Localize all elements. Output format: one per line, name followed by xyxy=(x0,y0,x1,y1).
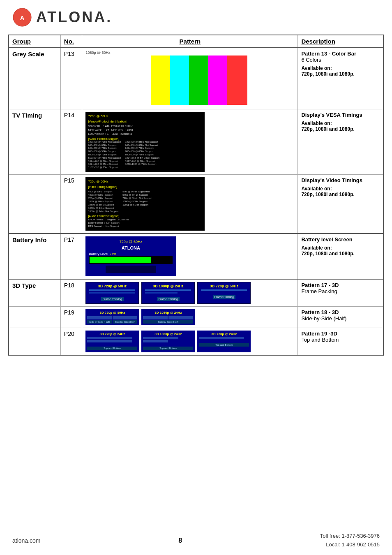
table-row: Battery Info P17 720p @ 60Hz ATLONA Batt… xyxy=(9,234,383,279)
p18-bar1b xyxy=(89,292,135,294)
desc-title-p13: Pattern 13 - Color Bar xyxy=(301,51,380,57)
p14-title: 720p @ 60Hz xyxy=(88,114,202,118)
svg-rect-7 xyxy=(208,56,227,105)
p18-box2: 3D 1080p @ 24Hz Frame Packing xyxy=(141,282,195,304)
p18-label1: 3D 720p @ 50Hz xyxy=(89,284,135,288)
p18-label2: 3D 1080p @ 24Hz xyxy=(145,284,191,288)
desc-avail-p15: Available on: 720p, 1080i and 1080p. xyxy=(301,186,380,197)
svg-text:A: A xyxy=(20,14,24,21)
p20-label1: 3D 720p @ 24Hz xyxy=(87,332,137,336)
p15-section2: [Audio Formats Support] xyxy=(88,214,202,218)
p18-box3: 3D 720p @ 50Hz Frame Packing xyxy=(197,282,251,304)
footer-page-number: 8 xyxy=(178,537,182,544)
p20-box3: 3D 720p @ 24Hz Top and Bottom xyxy=(197,331,251,352)
desc-detail-p19: Side-by-Side (Half) xyxy=(301,315,380,321)
desc-p18: Pattern 17 - 3D Frame Packing xyxy=(298,279,383,307)
p19-patterns: 3D 720p @ 50Hz Side by Side (Half) Side … xyxy=(85,309,294,325)
brand-name: ATLONA. xyxy=(36,9,112,26)
p15-timing-table: 480i @ 50Hz Support 480p @ 60Hz Support … xyxy=(88,190,202,213)
main-table: Group No. Pattern Description Grey Scale… xyxy=(8,35,384,356)
p20-tb-bar1a xyxy=(87,337,132,339)
p18-fp2-label: Frame Packing xyxy=(157,297,180,301)
desc-avail-p13: Available on: 720p, 1080i and 1080p. xyxy=(301,65,380,77)
desc-detail-p20: Top and Bottom xyxy=(301,337,380,343)
p20-tb-bar2b xyxy=(143,340,168,342)
battery-level-row: Battery Level 75% xyxy=(89,252,173,256)
p18-bar2a xyxy=(145,289,191,291)
group-empty-p20 xyxy=(9,328,60,355)
table-row: Grey Scale P13 1080p @ 60Hz xyxy=(9,48,383,109)
desc-title-p15: Display's Video Timings xyxy=(301,177,380,183)
p20-box2: 3D 1080p @ 24Hz Top and Bottom xyxy=(141,331,195,352)
desc-p20: Pattern 19 -3D Top and Bottom xyxy=(298,328,383,355)
footer-contact: Toll free: 1-877-536-3976 Local: 1-408-9… xyxy=(320,532,380,549)
p19-label1: 3D 720p @ 50Hz xyxy=(87,311,137,314)
p14-section2: [Audio Formats Support] xyxy=(88,137,202,141)
footer-website: atlona.com xyxy=(12,537,40,544)
p14-section1: [Vendor/Product Identification] xyxy=(88,120,202,123)
no-p14: P14 xyxy=(60,109,82,175)
table-row: 3D Type P18 3D 720p @ 50Hz Frame Packing xyxy=(9,279,383,307)
header: A ATLONA. xyxy=(0,0,392,35)
pattern-p13: 1080p @ 60Hz xyxy=(82,48,298,109)
desc-avail-p14: Available on: 720p, 1080i and 1080p. xyxy=(301,120,380,132)
p20-tb-bar1b xyxy=(87,340,132,342)
p19-sbs-bar2 xyxy=(143,316,193,319)
sbs-cap-left1: Side by Side (Half) xyxy=(87,320,112,324)
p19-sbs-bar1 xyxy=(87,316,137,319)
svg-rect-8 xyxy=(227,56,247,105)
pattern-p17: 720p @ 60Hz ATLONA Battery Level 75% xyxy=(82,234,298,279)
pattern-p20: 3D 720p @ 24Hz Top and Bottom 3D 1080p @… xyxy=(82,328,298,355)
p19-sbs-captions1: Side by Side (Half) Side by Side (Half) xyxy=(87,320,137,324)
p18-bar1a xyxy=(89,289,135,291)
battery-pattern-box: 720p @ 60Hz ATLONA Battery Level 75% xyxy=(85,236,176,276)
p18-bar3a xyxy=(201,289,247,291)
battery-bar xyxy=(89,256,173,264)
footer: atlona.com 8 Toll free: 1-877-536-3976 L… xyxy=(0,526,392,555)
footer-local: Local: 1-408-962-0515 xyxy=(326,541,380,548)
desc-avail-p17: Available on: 720p, 1080i and 1080p. xyxy=(301,245,380,257)
no-p13: P13 xyxy=(60,48,82,109)
p20-tb-bar2a xyxy=(143,337,178,339)
no-p18: P18 xyxy=(60,279,82,307)
battery-bar-fill xyxy=(90,257,151,263)
p15-audio-table: LPCM Format : Support 2 Channel Dolby Fo… xyxy=(88,218,202,228)
p20-tb-cap3: Top and Bottom xyxy=(199,343,249,347)
p18-fp3-label: Frame Packing xyxy=(213,295,235,299)
col-header-group: Group xyxy=(9,35,60,48)
group-empty-p19 xyxy=(9,306,60,328)
pattern-p14: 720p @ 60Hz [Vendor/Product Identificati… xyxy=(82,109,298,175)
table-row: P19 3D 720p @ 50Hz Side xyxy=(9,306,383,328)
page-wrapper: A ATLONA. Group No. Pattern Description … xyxy=(0,0,392,555)
sbs-half-right2 xyxy=(168,316,193,319)
desc-detail-p13: 6 Colors xyxy=(301,57,380,63)
p18-box1: 3D 720p @ 50Hz Frame Packing xyxy=(85,282,139,304)
atlona-logo-small: ATLONA xyxy=(89,245,173,250)
p14-vendor-info: Vendor ID : ATL Product ID : 0007 MFG We… xyxy=(88,124,202,135)
pattern-p19: 3D 720p @ 50Hz Side by Side (Half) Side … xyxy=(82,306,298,328)
p20-tb-bar3a xyxy=(199,337,244,339)
desc-title-p20: Pattern 19 -3D xyxy=(301,331,380,337)
battery-percent-label: 75% xyxy=(110,252,116,256)
p13-freq-label: 1080p @ 60Hz xyxy=(85,51,294,55)
svg-rect-6 xyxy=(189,56,208,105)
p15-title: 720p @ 50Hz xyxy=(88,180,202,184)
desc-title-p14: Display's VESA Timings xyxy=(301,112,380,118)
group-battery: Battery Info xyxy=(9,234,60,279)
no-p19: P19 xyxy=(60,306,82,328)
main-content: Group No. Pattern Description Grey Scale… xyxy=(0,35,392,522)
p15-section1: [Video Timing Support] xyxy=(88,185,202,189)
desc-p17: Battery level Screen Available on: 720p,… xyxy=(298,234,383,279)
battery-level-label: Battery Level xyxy=(89,252,108,256)
no-p15: P15 xyxy=(60,175,82,234)
sbs-half-left2 xyxy=(143,316,168,319)
group-grey-scale: Grey Scale xyxy=(9,48,60,109)
no-p20: P20 xyxy=(60,328,82,355)
footer-tollfree: Toll free: 1-877-536-3976 xyxy=(320,533,380,539)
no-p17: P17 xyxy=(60,234,82,279)
sbs-cap-right1: Side by Side (Half) xyxy=(113,320,137,324)
sbs-half-left1 xyxy=(87,316,112,319)
desc-detail-p18: Frame Packing xyxy=(301,288,380,294)
table-row: P20 3D 720p @ 24Hz Top and Bottom xyxy=(9,328,383,355)
p18-fp1-label: Frame Packing xyxy=(101,297,124,301)
